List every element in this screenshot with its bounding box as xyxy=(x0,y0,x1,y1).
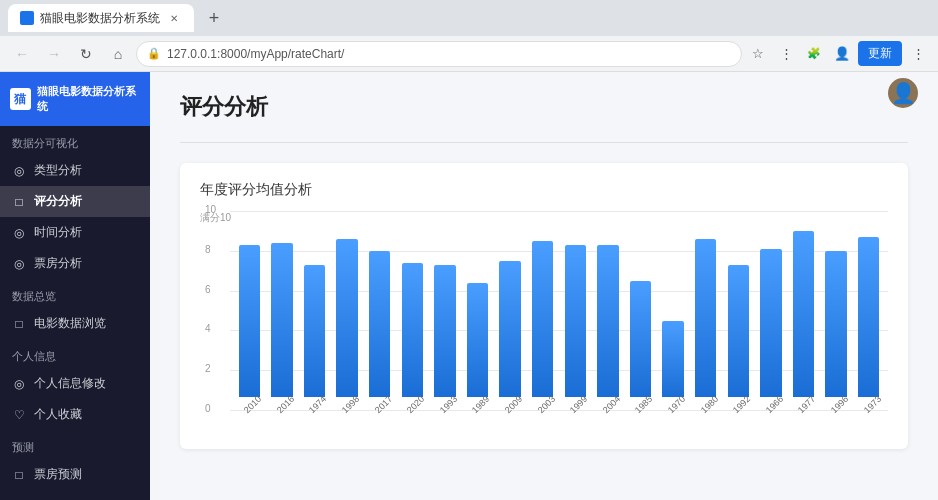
bar-1993[interactable] xyxy=(434,265,455,397)
sidebar-item-icon-profile-edit: ◎ xyxy=(12,377,26,391)
user-avatar-container[interactable]: 👤 xyxy=(888,78,918,108)
url-text: 127.0.0.1:8000/myApp/rateChart/ xyxy=(167,47,344,61)
user-avatar[interactable]: 👤 xyxy=(888,78,918,108)
tab-close-button[interactable]: ✕ xyxy=(166,10,182,26)
bar-1999[interactable] xyxy=(565,245,586,397)
bar-2003[interactable] xyxy=(532,241,553,397)
bar-label-1996: 1996 xyxy=(829,394,850,415)
bar-group-1985: 1985 xyxy=(625,211,656,411)
sidebar-item-profile-edit[interactable]: ◎ 个人信息修改 xyxy=(0,368,150,399)
sidebar-item-favorites[interactable]: ♡ 个人收藏 xyxy=(0,399,150,430)
profile-icon[interactable]: 👤 xyxy=(830,42,854,66)
browser-menu-icon[interactable]: ⋮ xyxy=(774,42,798,66)
bar-group-1970: 1970 xyxy=(658,211,689,411)
bar-label-1985: 1985 xyxy=(633,394,654,415)
tab-title: 猫眼电影数据分析系统 xyxy=(40,10,160,27)
bar-label-1980: 1980 xyxy=(699,394,720,415)
bar-group-1980: 1980 xyxy=(690,211,721,411)
bar-label-1999: 1999 xyxy=(568,394,589,415)
bar-2017[interactable] xyxy=(369,251,390,397)
bar-label-1993: 1993 xyxy=(438,394,459,415)
bar-label-1977: 1977 xyxy=(796,394,817,415)
bar-group-1996: 1996 xyxy=(821,211,852,411)
bar-1977[interactable] xyxy=(793,231,814,397)
reload-button[interactable]: ↻ xyxy=(72,40,100,68)
sidebar-item-icon-favorites: ♡ xyxy=(12,408,26,422)
bar-group-2004: 2004 xyxy=(593,211,624,411)
tab-favicon xyxy=(20,11,34,25)
logo-icon: 猫 xyxy=(10,88,31,110)
bar-group-2016: 2016 xyxy=(267,211,298,411)
chart-card: 年度评分均值分析 1086420 20102016197419982017202… xyxy=(180,163,908,449)
logo-text: 猫眼电影数据分析系统 xyxy=(37,84,140,114)
sidebar-item-icon-type-analysis: ◎ xyxy=(12,164,26,178)
bar-group-2010: 2010 xyxy=(234,211,265,411)
extension-icon[interactable]: 🧩 xyxy=(802,42,826,66)
bar-1973[interactable] xyxy=(858,237,879,397)
bar-1996[interactable] xyxy=(825,251,846,397)
back-button[interactable]: ← xyxy=(8,40,36,68)
bar-label-1989: 1989 xyxy=(470,394,491,415)
bar-group-1992: 1992 xyxy=(723,211,754,411)
bar-1974[interactable] xyxy=(304,265,325,397)
home-button[interactable]: ⌂ xyxy=(104,40,132,68)
sidebar-item-time-analysis[interactable]: ◎ 时间分析 xyxy=(0,217,150,248)
bookmark-icon[interactable]: ☆ xyxy=(746,42,770,66)
bar-1970[interactable] xyxy=(662,321,683,397)
bar-group-1999: 1999 xyxy=(560,211,591,411)
bar-label-1966: 1966 xyxy=(764,394,785,415)
bars-container: 2010201619741998201720201993198920092003… xyxy=(230,211,888,411)
grid-label-6: 6 xyxy=(205,284,211,295)
sidebar-item-label-box-analysis: 票房分析 xyxy=(34,255,82,272)
sidebar-item-box-analysis[interactable]: ◎ 票房分析 xyxy=(0,248,150,279)
address-bar[interactable]: 🔒 127.0.0.1:8000/myApp/rateChart/ xyxy=(136,41,742,67)
sidebar-section-title: 推荐 xyxy=(0,490,150,500)
bar-label-2017: 2017 xyxy=(373,394,394,415)
bar-group-1998: 1998 xyxy=(332,211,363,411)
bar-label-2004: 2004 xyxy=(601,394,622,415)
bar-label-2009: 2009 xyxy=(503,394,524,415)
sidebar-item-type-analysis[interactable]: ◎ 类型分析 xyxy=(0,155,150,186)
bar-group-2003: 2003 xyxy=(527,211,558,411)
page-title: 评分分析 xyxy=(180,92,908,122)
sidebar-item-icon-box-predict: □ xyxy=(12,468,26,482)
sidebar-item-icon-rating-analysis: □ xyxy=(12,195,26,209)
bar-1992[interactable] xyxy=(728,265,749,397)
sidebar-item-label-rating-analysis: 评分分析 xyxy=(34,193,82,210)
sidebar-logo: 猫 猫眼电影数据分析系统 xyxy=(0,72,150,126)
bar-1989[interactable] xyxy=(467,283,488,397)
bar-2020[interactable] xyxy=(402,263,423,397)
sidebar-item-icon-movie-browse: □ xyxy=(12,317,26,331)
main-content: 👤 评分分析 年度评分均值分析 1086420 2010201619741998… xyxy=(150,72,938,500)
browser-actions: ☆ ⋮ 🧩 👤 更新 ⋮ xyxy=(746,41,930,66)
forward-button[interactable]: → xyxy=(40,40,68,68)
sidebar-item-icon-box-analysis: ◎ xyxy=(12,257,26,271)
bar-group-1977: 1977 xyxy=(788,211,819,411)
bar-group-2020: 2020 xyxy=(397,211,428,411)
sidebar-item-movie-browse[interactable]: □ 电影数据浏览 xyxy=(0,308,150,339)
bar-group-1993: 1993 xyxy=(430,211,461,411)
sidebar-item-label-box-predict: 票房预测 xyxy=(34,466,82,483)
sidebar-item-label-profile-edit: 个人信息修改 xyxy=(34,375,106,392)
bar-2009[interactable] xyxy=(499,261,520,397)
settings-icon[interactable]: ⋮ xyxy=(906,42,930,66)
refresh-button[interactable]: 更新 xyxy=(858,41,902,66)
bar-2004[interactable] xyxy=(597,245,618,397)
new-tab-button[interactable]: + xyxy=(200,4,228,32)
bar-2010[interactable] xyxy=(239,245,260,397)
bar-1998[interactable] xyxy=(336,239,357,397)
bar-1985[interactable] xyxy=(630,281,651,397)
sidebar-section-title: 个人信息 xyxy=(0,339,150,368)
bar-1980[interactable] xyxy=(695,239,716,397)
bar-label-2020: 2020 xyxy=(405,394,426,415)
bar-group-2009: 2009 xyxy=(495,211,526,411)
bar-group-2017: 2017 xyxy=(364,211,395,411)
sidebar: 猫 猫眼电影数据分析系统 数据分可视化 ◎ 类型分析 □ 评分分析 ◎ 时间分析… xyxy=(0,72,150,500)
bar-label-2010: 2010 xyxy=(242,394,263,415)
bar-1966[interactable] xyxy=(760,249,781,397)
active-tab[interactable]: 猫眼电影数据分析系统 ✕ xyxy=(8,4,194,32)
bar-label-2003: 2003 xyxy=(536,394,557,415)
sidebar-item-box-predict[interactable]: □ 票房预测 xyxy=(0,459,150,490)
sidebar-item-rating-analysis[interactable]: □ 评分分析 xyxy=(0,186,150,217)
bar-2016[interactable] xyxy=(271,243,292,397)
